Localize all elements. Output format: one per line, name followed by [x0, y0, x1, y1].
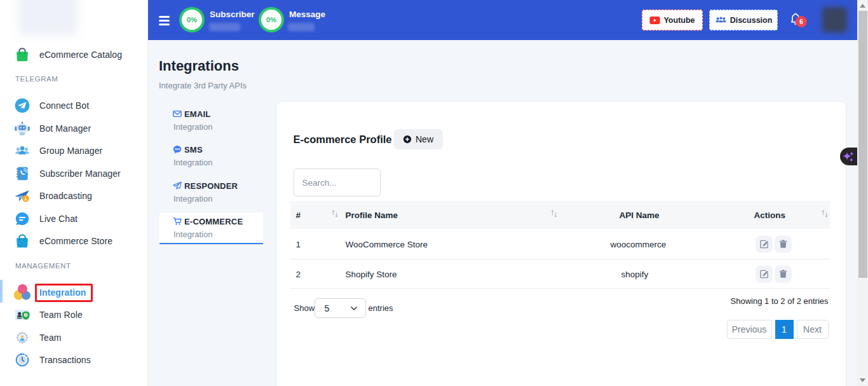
- svg-text:SMS: SMS: [175, 148, 180, 151]
- svg-text:1: 1: [24, 196, 27, 202]
